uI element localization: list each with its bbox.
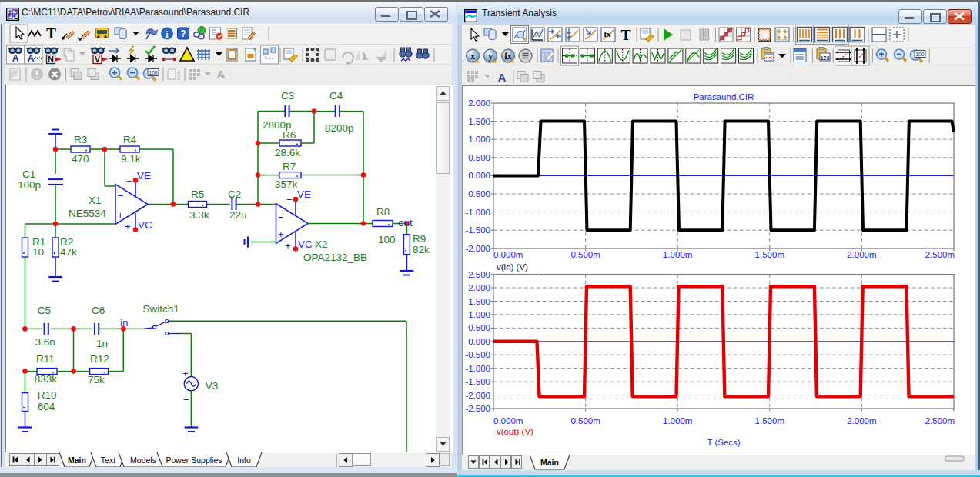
svg-text:100: 100 — [149, 70, 158, 75]
svg-text:-0.500: -0.500 — [465, 350, 490, 359]
svg-text:fx: fx — [504, 52, 512, 61]
svg-text:9.1k: 9.1k — [121, 153, 141, 165]
svg-text:-1.500: -1.500 — [465, 377, 490, 386]
svg-text:Power Supplies: Power Supplies — [166, 455, 222, 465]
svg-text:C5: C5 — [38, 305, 51, 316]
svg-text:1.000: 1.000 — [468, 135, 490, 144]
svg-text:A: A — [28, 53, 35, 64]
svg-text:T: T — [621, 27, 631, 43]
svg-text:0.000: 0.000 — [468, 171, 490, 180]
svg-text:1.000: 1.000 — [468, 310, 490, 319]
svg-text:−: − — [286, 194, 293, 205]
svg-text:+: + — [125, 221, 131, 232]
svg-text:A: A — [498, 71, 507, 84]
svg-text:604: 604 — [38, 401, 55, 412]
svg-text:x: x — [470, 52, 475, 61]
svg-text:y: y — [488, 52, 493, 62]
svg-text:R5: R5 — [191, 188, 204, 200]
svg-text:-2.000: -2.000 — [465, 244, 490, 253]
svg-text:1.500m: 1.500m — [755, 250, 784, 259]
svg-text:22u: 22u — [229, 209, 247, 221]
svg-text:47k: 47k — [60, 246, 77, 258]
svg-text:-2.000: -2.000 — [465, 391, 490, 400]
svg-text:V: V — [95, 55, 100, 64]
svg-text:VE: VE — [137, 170, 151, 182]
svg-text:VC: VC — [138, 219, 152, 231]
svg-text:0.000m: 0.000m — [493, 250, 523, 259]
svg-text:3.6n: 3.6n — [35, 336, 55, 348]
svg-text:R8: R8 — [376, 206, 390, 218]
svg-text:28.6k: 28.6k — [275, 147, 300, 158]
svg-text:V3: V3 — [206, 380, 219, 392]
svg-text:1.000m: 1.000m — [663, 250, 692, 259]
svg-text:A: A — [217, 68, 226, 81]
svg-text:2.500m: 2.500m — [925, 250, 955, 259]
svg-text:Switch1: Switch1 — [143, 303, 179, 315]
svg-text:R9: R9 — [413, 233, 426, 245]
svg-text:C2: C2 — [228, 188, 241, 200]
svg-text:R12: R12 — [90, 353, 109, 365]
svg-text:-1.000: -1.000 — [465, 364, 490, 373]
svg-text:Main: Main — [68, 455, 86, 465]
svg-text:+: + — [182, 368, 189, 379]
svg-text:3.3k: 3.3k — [189, 209, 209, 221]
svg-text:2.500m: 2.500m — [925, 416, 955, 425]
svg-text:1.500: 1.500 — [468, 117, 490, 126]
svg-text:in: in — [120, 317, 129, 329]
svg-text:v(out) (V): v(out) (V) — [497, 427, 533, 436]
svg-text:VE: VE — [297, 188, 311, 200]
svg-text:2.500: 2.500 — [468, 270, 490, 279]
svg-text:-1.500: -1.500 — [465, 225, 490, 235]
svg-text:+: + — [118, 209, 124, 221]
svg-text:out: out — [398, 217, 413, 228]
svg-text:82k: 82k — [413, 244, 430, 255]
svg-text:fx: fx — [604, 29, 611, 38]
svg-text:100: 100 — [916, 52, 925, 57]
svg-text:R6: R6 — [283, 129, 296, 141]
svg-text:R4: R4 — [123, 134, 137, 145]
svg-text:X1: X1 — [89, 195, 102, 206]
svg-text:R11: R11 — [36, 353, 55, 365]
svg-text:v(in) (V): v(in) (V) — [497, 262, 528, 272]
svg-text:Parasaund.CIR: Parasaund.CIR — [694, 92, 754, 102]
svg-text:123: 123 — [821, 55, 830, 61]
svg-text:OPA2132_BB: OPA2132_BB — [303, 252, 367, 263]
svg-text:C6: C6 — [92, 305, 105, 316]
svg-text:2.000m: 2.000m — [847, 416, 876, 425]
svg-text:0.500m: 0.500m — [570, 416, 600, 425]
svg-text:C3: C3 — [281, 90, 294, 102]
svg-text:C1: C1 — [22, 168, 35, 180]
svg-text:+: + — [278, 228, 284, 240]
svg-text:R3: R3 — [74, 134, 87, 145]
svg-text:−: − — [278, 212, 284, 223]
svg-text:−: − — [118, 190, 124, 202]
svg-text:833k: 833k — [35, 373, 58, 385]
svg-text:2.000: 2.000 — [468, 98, 490, 108]
svg-text:2.000: 2.000 — [468, 283, 490, 292]
svg-text:-0.500: -0.500 — [465, 189, 490, 198]
svg-text:0.500: 0.500 — [468, 323, 490, 332]
svg-text:−: − — [126, 175, 132, 187]
svg-text:2.000m: 2.000m — [847, 250, 876, 259]
svg-text:+: + — [285, 240, 291, 252]
svg-text:0.500m: 0.500m — [570, 250, 600, 259]
svg-text:1.000m: 1.000m — [663, 416, 692, 425]
svg-text:Text: Text — [101, 455, 115, 465]
svg-text:0.000: 0.000 — [468, 337, 490, 346]
svg-text:1.500m: 1.500m — [755, 416, 784, 425]
svg-text:1.500: 1.500 — [468, 297, 490, 306]
svg-text:A: A — [12, 53, 19, 64]
svg-text:1n: 1n — [96, 338, 108, 349]
svg-text:T (Secs): T (Secs) — [707, 438, 740, 447]
svg-text:C4: C4 — [329, 90, 343, 102]
svg-text:Info: Info — [237, 455, 251, 465]
svg-text:R7: R7 — [283, 161, 296, 172]
svg-text:Main: Main — [540, 458, 559, 467]
svg-text:0.000m: 0.000m — [493, 416, 523, 425]
svg-text:357k: 357k — [275, 178, 298, 190]
svg-text:8200p: 8200p — [325, 122, 354, 134]
svg-text:N: N — [48, 55, 54, 64]
svg-text:X2: X2 — [315, 239, 328, 250]
svg-text:T: T — [46, 25, 56, 42]
svg-text:−: − — [183, 394, 189, 405]
